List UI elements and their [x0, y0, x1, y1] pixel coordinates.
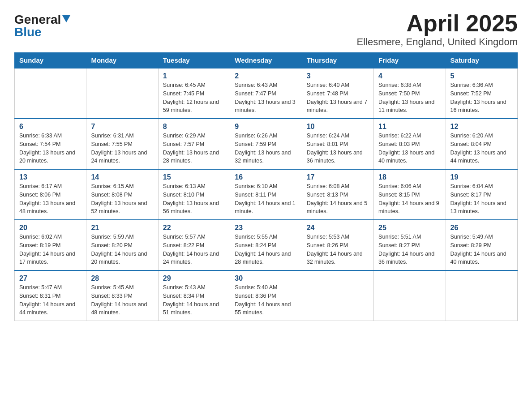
page-subtitle: Ellesmere, England, United Kingdom: [356, 36, 518, 48]
svg-marker-0: [62, 15, 70, 22]
calendar-cell: 7Sunrise: 6:31 AM Sunset: 7:55 PM Daylig…: [86, 119, 158, 169]
calendar-cell: 25Sunrise: 5:51 AM Sunset: 8:27 PM Dayli…: [374, 220, 446, 270]
page-header: General Blue April 2025 Ellesmere, Engla…: [14, 11, 518, 48]
calendar-cell: 2Sunrise: 6:43 AM Sunset: 7:47 PM Daylig…: [230, 68, 302, 119]
day-number: 1: [163, 72, 225, 80]
calendar-week-row: 27Sunrise: 5:47 AM Sunset: 8:31 PM Dayli…: [15, 270, 518, 321]
column-header-sunday: Sunday: [15, 53, 86, 68]
day-info: Sunrise: 5:53 AM Sunset: 8:26 PM Dayligh…: [307, 233, 369, 266]
calendar-table: SundayMondayTuesdayWednesdayThursdayFrid…: [14, 52, 518, 321]
calendar-cell: 12Sunrise: 6:20 AM Sunset: 8:04 PM Dayli…: [446, 119, 517, 169]
logo-general: General: [14, 13, 61, 26]
day-info: Sunrise: 6:13 AM Sunset: 8:10 PM Dayligh…: [163, 182, 225, 216]
calendar-week-row: 1Sunrise: 6:45 AM Sunset: 7:45 PM Daylig…: [15, 68, 518, 119]
calendar-cell: 24Sunrise: 5:53 AM Sunset: 8:26 PM Dayli…: [302, 220, 373, 270]
column-header-friday: Friday: [374, 53, 446, 68]
calendar-week-row: 20Sunrise: 6:02 AM Sunset: 8:19 PM Dayli…: [15, 220, 518, 270]
calendar-cell: 27Sunrise: 5:47 AM Sunset: 8:31 PM Dayli…: [15, 270, 86, 321]
calendar-cell: [15, 68, 86, 119]
day-info: Sunrise: 6:04 AM Sunset: 8:17 PM Dayligh…: [450, 182, 513, 216]
calendar-cell: 19Sunrise: 6:04 AM Sunset: 8:17 PM Dayli…: [446, 169, 517, 220]
title-block: April 2025 Ellesmere, England, United Ki…: [356, 11, 518, 48]
calendar-cell: 14Sunrise: 6:15 AM Sunset: 8:08 PM Dayli…: [86, 169, 158, 220]
day-number: 2: [235, 72, 297, 80]
day-info: Sunrise: 6:08 AM Sunset: 8:13 PM Dayligh…: [307, 182, 369, 216]
calendar-cell: 13Sunrise: 6:17 AM Sunset: 8:06 PM Dayli…: [15, 169, 86, 220]
day-number: 25: [378, 224, 441, 232]
day-info: Sunrise: 5:47 AM Sunset: 8:31 PM Dayligh…: [19, 283, 82, 317]
calendar-cell: 15Sunrise: 6:13 AM Sunset: 8:10 PM Dayli…: [158, 169, 230, 220]
calendar-week-row: 13Sunrise: 6:17 AM Sunset: 8:06 PM Dayli…: [15, 169, 518, 220]
day-info: Sunrise: 6:40 AM Sunset: 7:48 PM Dayligh…: [307, 81, 369, 115]
calendar-cell: 4Sunrise: 6:38 AM Sunset: 7:50 PM Daylig…: [374, 68, 446, 119]
day-number: 24: [307, 224, 369, 232]
column-header-wednesday: Wednesday: [230, 53, 302, 68]
day-number: 20: [19, 224, 82, 232]
calendar-cell: [86, 68, 158, 119]
day-info: Sunrise: 6:26 AM Sunset: 7:59 PM Dayligh…: [235, 132, 297, 165]
calendar-cell: 11Sunrise: 6:22 AM Sunset: 8:03 PM Dayli…: [374, 119, 446, 169]
day-info: Sunrise: 6:06 AM Sunset: 8:15 PM Dayligh…: [378, 182, 441, 216]
calendar-cell: [302, 270, 373, 321]
day-number: 18: [378, 173, 441, 181]
day-info: Sunrise: 6:02 AM Sunset: 8:19 PM Dayligh…: [19, 233, 82, 266]
calendar-cell: 28Sunrise: 5:45 AM Sunset: 8:33 PM Dayli…: [86, 270, 158, 321]
day-info: Sunrise: 6:24 AM Sunset: 8:01 PM Dayligh…: [307, 132, 369, 165]
day-number: 27: [19, 274, 82, 283]
day-number: 9: [235, 123, 297, 131]
column-header-saturday: Saturday: [446, 53, 517, 68]
column-header-tuesday: Tuesday: [158, 53, 230, 68]
day-number: 4: [378, 72, 441, 80]
day-info: Sunrise: 6:45 AM Sunset: 7:45 PM Dayligh…: [163, 81, 225, 115]
day-number: 19: [450, 173, 513, 181]
calendar-cell: 6Sunrise: 6:33 AM Sunset: 7:54 PM Daylig…: [15, 119, 86, 169]
column-header-thursday: Thursday: [302, 53, 373, 68]
logo-arrow-icon: [62, 15, 70, 24]
day-number: 12: [450, 123, 513, 131]
calendar-cell: 1Sunrise: 6:45 AM Sunset: 7:45 PM Daylig…: [158, 68, 230, 119]
calendar-cell: 30Sunrise: 5:40 AM Sunset: 8:36 PM Dayli…: [230, 270, 302, 321]
day-number: 13: [19, 173, 82, 181]
day-info: Sunrise: 5:45 AM Sunset: 8:33 PM Dayligh…: [91, 283, 153, 317]
day-number: 22: [163, 224, 225, 232]
logo: General Blue: [14, 13, 70, 39]
day-number: 8: [163, 123, 225, 131]
page-title: April 2025: [356, 11, 518, 36]
day-info: Sunrise: 6:17 AM Sunset: 8:06 PM Dayligh…: [19, 182, 82, 216]
day-number: 5: [450, 72, 513, 80]
calendar-cell: 3Sunrise: 6:40 AM Sunset: 7:48 PM Daylig…: [302, 68, 373, 119]
calendar-cell: 18Sunrise: 6:06 AM Sunset: 8:15 PM Dayli…: [374, 169, 446, 220]
calendar-cell: 20Sunrise: 6:02 AM Sunset: 8:19 PM Dayli…: [15, 220, 86, 270]
day-info: Sunrise: 5:51 AM Sunset: 8:27 PM Dayligh…: [378, 233, 441, 266]
calendar-header-row: SundayMondayTuesdayWednesdayThursdayFrid…: [15, 53, 518, 68]
day-info: Sunrise: 6:15 AM Sunset: 8:08 PM Dayligh…: [91, 182, 153, 216]
calendar-cell: 26Sunrise: 5:49 AM Sunset: 8:29 PM Dayli…: [446, 220, 517, 270]
day-info: Sunrise: 5:40 AM Sunset: 8:36 PM Dayligh…: [235, 283, 297, 317]
day-info: Sunrise: 6:29 AM Sunset: 7:57 PM Dayligh…: [163, 132, 225, 165]
day-info: Sunrise: 6:10 AM Sunset: 8:11 PM Dayligh…: [235, 182, 297, 216]
day-number: 7: [91, 123, 153, 131]
calendar-week-row: 6Sunrise: 6:33 AM Sunset: 7:54 PM Daylig…: [15, 119, 518, 169]
day-info: Sunrise: 6:20 AM Sunset: 8:04 PM Dayligh…: [450, 132, 513, 165]
day-info: Sunrise: 5:43 AM Sunset: 8:34 PM Dayligh…: [163, 283, 225, 317]
day-info: Sunrise: 5:49 AM Sunset: 8:29 PM Dayligh…: [450, 233, 513, 266]
calendar-cell: 10Sunrise: 6:24 AM Sunset: 8:01 PM Dayli…: [302, 119, 373, 169]
day-number: 14: [91, 173, 153, 181]
day-number: 3: [307, 72, 369, 80]
calendar-cell: 29Sunrise: 5:43 AM Sunset: 8:34 PM Dayli…: [158, 270, 230, 321]
day-number: 23: [235, 224, 297, 232]
day-info: Sunrise: 6:31 AM Sunset: 7:55 PM Dayligh…: [91, 132, 153, 165]
day-info: Sunrise: 5:55 AM Sunset: 8:24 PM Dayligh…: [235, 233, 297, 266]
day-number: 29: [163, 274, 225, 283]
calendar-cell: 23Sunrise: 5:55 AM Sunset: 8:24 PM Dayli…: [230, 220, 302, 270]
day-number: 11: [378, 123, 441, 131]
day-info: Sunrise: 6:38 AM Sunset: 7:50 PM Dayligh…: [378, 81, 441, 115]
logo-blue: Blue: [14, 26, 42, 39]
day-number: 15: [163, 173, 225, 181]
day-number: 26: [450, 224, 513, 232]
calendar-cell: 9Sunrise: 6:26 AM Sunset: 7:59 PM Daylig…: [230, 119, 302, 169]
column-header-monday: Monday: [86, 53, 158, 68]
calendar-cell: 22Sunrise: 5:57 AM Sunset: 8:22 PM Dayli…: [158, 220, 230, 270]
day-number: 21: [91, 224, 153, 232]
day-number: 16: [235, 173, 297, 181]
